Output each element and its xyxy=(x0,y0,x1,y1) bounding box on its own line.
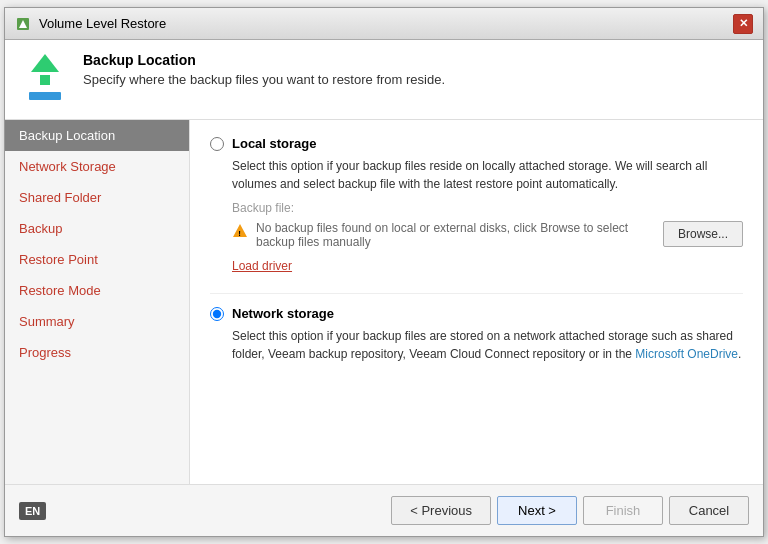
dialog: Volume Level Restore ✕ Backup Location S… xyxy=(4,7,764,537)
local-storage-option: Local storage Select this option if your… xyxy=(210,136,743,273)
local-storage-radio[interactable] xyxy=(210,137,224,151)
footer-left: EN xyxy=(19,502,46,520)
header-section: Backup Location Specify where the backup… xyxy=(5,40,763,120)
local-storage-description: Select this option if your backup files … xyxy=(232,157,743,193)
cancel-button[interactable]: Cancel xyxy=(669,496,749,525)
content-area: Backup Location Network Storage Shared F… xyxy=(5,120,763,484)
onedrive-link: Microsoft OneDrive xyxy=(635,347,738,361)
arrow-up-icon xyxy=(31,54,59,72)
arrow-bar xyxy=(29,92,61,100)
warning-text: No backup files found on local or extern… xyxy=(256,221,655,249)
network-storage-label[interactable]: Network storage xyxy=(232,306,334,321)
header-description: Specify where the backup files you want … xyxy=(83,72,445,87)
previous-button[interactable]: < Previous xyxy=(391,496,491,525)
network-storage-option: Network storage Select this option if yo… xyxy=(210,306,743,363)
sidebar-item-progress[interactable]: Progress xyxy=(5,337,189,368)
footer-buttons: < Previous Next > Finish Cancel xyxy=(391,496,749,525)
finish-button[interactable]: Finish xyxy=(583,496,663,525)
language-badge: EN xyxy=(19,502,46,520)
network-storage-row: Network storage xyxy=(210,306,743,321)
sidebar-item-backup[interactable]: Backup xyxy=(5,213,189,244)
local-storage-label[interactable]: Local storage xyxy=(232,136,317,151)
sidebar-item-backup-location[interactable]: Backup Location xyxy=(5,120,189,151)
header-text: Backup Location Specify where the backup… xyxy=(83,52,445,87)
network-storage-description: Select this option if your backup files … xyxy=(232,327,743,363)
next-button[interactable]: Next > xyxy=(497,496,577,525)
close-button[interactable]: ✕ xyxy=(733,14,753,34)
divider xyxy=(210,293,743,294)
backup-file-with-browse: ! No backup files found on local or exte… xyxy=(232,221,743,255)
arrow-stem xyxy=(40,75,50,85)
warning-icon: ! xyxy=(232,223,248,239)
main-content: Local storage Select this option if your… xyxy=(190,120,763,484)
sidebar-item-network-storage[interactable]: Network Storage xyxy=(5,151,189,182)
dialog-title: Volume Level Restore xyxy=(39,16,166,31)
title-bar: Volume Level Restore ✕ xyxy=(5,8,763,40)
warning-icon-container: ! xyxy=(232,223,248,242)
header-title: Backup Location xyxy=(83,52,445,68)
sidebar: Backup Location Network Storage Shared F… xyxy=(5,120,190,484)
header-icon xyxy=(21,52,69,100)
footer: EN < Previous Next > Finish Cancel xyxy=(5,484,763,536)
browse-button[interactable]: Browse... xyxy=(663,221,743,247)
warning-row: ! No backup files found on local or exte… xyxy=(232,221,655,249)
title-bar-left: Volume Level Restore xyxy=(15,16,166,32)
network-storage-radio[interactable] xyxy=(210,307,224,321)
backup-file-label: Backup file: xyxy=(232,201,743,215)
sidebar-item-restore-point[interactable]: Restore Point xyxy=(5,244,189,275)
svg-text:!: ! xyxy=(238,229,241,238)
sidebar-item-restore-mode[interactable]: Restore Mode xyxy=(5,275,189,306)
local-storage-row: Local storage xyxy=(210,136,743,151)
warning-content: ! No backup files found on local or exte… xyxy=(232,221,655,255)
sidebar-item-summary[interactable]: Summary xyxy=(5,306,189,337)
load-driver-link[interactable]: Load driver xyxy=(232,259,743,273)
sidebar-item-shared-folder[interactable]: Shared Folder xyxy=(5,182,189,213)
dialog-icon xyxy=(15,16,31,32)
